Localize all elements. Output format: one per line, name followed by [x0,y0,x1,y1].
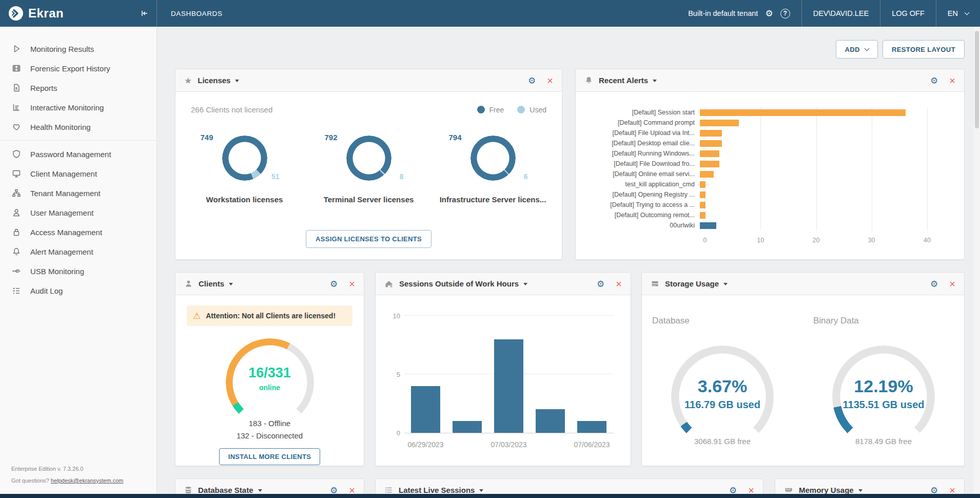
bell-icon [584,76,593,85]
assign-licenses-button[interactable]: ASSIGN LICENSES TO CLIENTS [306,230,432,248]
helpdesk-email-link[interactable]: helpdesk@ekransystem.com [51,477,123,484]
add-widget-button[interactable]: ADD [836,40,878,59]
online-caption: online [226,384,314,392]
widget-close-icon[interactable]: × [349,279,355,289]
clients-widget-body: ⚠ Attention: Not all Clients are license… [175,295,364,466]
bar-label: [Default] Session start [576,109,700,116]
used-amount: 1135.51 GB used [832,399,935,411]
licenses-legend: Free Used [477,106,546,114]
bar [700,120,739,126]
sidebar-item-alert-management[interactable]: Alert Management [0,242,156,261]
restore-layout-button[interactable]: RESTORE LAYOUT [883,40,965,59]
window-bottom-edge [0,494,980,498]
x-tick-label: 40 [924,237,931,244]
disconnected-count: 132 - Disconnected [175,431,364,440]
bar-label: [Default] Outcoming remot... [576,212,700,219]
widget-settings-gear-icon[interactable]: ⚙ [930,75,938,86]
bar-label: [Default] Command prompt [576,119,700,126]
legend-dot-free [477,106,485,113]
widget-close-icon[interactable]: × [616,279,622,289]
sidebar-item-forensic-export-history[interactable]: Forensic Export History [0,59,156,78]
sessions-outside-widget: Sessions Outside of Work Hours ⚙ × 05100… [375,272,631,466]
sidebar-item-access-management[interactable]: Access Management [0,222,156,242]
help-icon[interactable]: ? [780,9,790,18]
log-off-button[interactable]: LOG OFF [880,0,936,27]
got-questions-label: Got questions? [11,477,49,484]
bar-label: [Default] Running Windows... [576,150,700,157]
chart-icon [11,103,22,112]
language-selector[interactable]: EN [936,0,980,27]
tenant-settings-gear-icon[interactable]: ⚙ [765,8,773,18]
bars [404,316,614,433]
widget-settings-gear-icon[interactable]: ⚙ [930,279,938,289]
edition-version: Enterprise Edition v. 7.3.26.0 [11,463,123,475]
sidebar-item-client-management[interactable]: Client Management [0,164,156,183]
bar-track [700,222,956,229]
gauge-arc [832,346,935,448]
scrollbar-thumb[interactable] [975,31,979,128]
bar-row: [Default] File Download fro... [576,159,956,169]
ram-icon [784,486,793,494]
sidebar-item-tenant-management[interactable]: Tenant Management [0,183,156,203]
bar-row: [Default] Running Windows... [576,148,956,159]
recent-alerts-chart: [Default] Session start[Default] Command… [576,107,956,247]
bar-row: [Default] Outcoming remot... [576,210,956,220]
sidebar-item-user-management[interactable]: User Management [0,203,156,222]
widget-dropdown-caret[interactable] [523,283,527,288]
film-icon [11,64,22,73]
widget-dropdown-caret[interactable] [858,489,863,494]
bar-track [700,191,956,198]
legend-item-free[interactable]: Free [477,106,504,114]
sidebar-footer: Enterprise Edition v. 7.3.26.0 Got quest… [11,463,123,487]
user-icon [184,279,193,288]
widget-close-icon[interactable]: × [547,75,553,86]
sidebar-item-health-monitoring[interactable]: Health Monitoring [0,117,156,137]
widget-settings-gear-icon[interactable]: ⚙ [528,75,536,86]
free-count: 792 [325,133,338,142]
clients-widget-header: Clients ⚙ × [175,273,364,295]
tenant-section: Built-in default tenant ⚙ ? [677,0,801,27]
bell-icon [11,247,22,256]
sidebar-item-interactive-monitoring[interactable]: Interactive Monitoring [0,98,156,117]
widget-close-icon[interactable]: × [949,75,955,86]
sidebar-item-audit-log[interactable]: Audit Log [0,281,156,300]
sidebar-divider [0,140,156,141]
workstation-licenses-donut: 749 51 Workstation licenses [193,136,296,204]
widget-settings-gear-icon[interactable]: ⚙ [597,279,604,289]
install-more-clients-button[interactable]: INSTALL MORE CLIENTS [219,448,321,465]
checklist-icon [11,286,22,295]
sidebar-item-reports[interactable]: Reports [0,78,156,98]
widget-dropdown-caret[interactable] [479,489,483,494]
ekran-logo[interactable]: Ekran [8,6,64,21]
widget-title: Storage Usage [665,279,719,288]
sidebar-item-usb-monitoring[interactable]: USB Monitoring [0,261,156,281]
ekran-logo-icon [8,6,24,21]
license-donuts: 749 51 Workstation licenses 792 8 Termin… [175,136,562,204]
user-icon [11,208,22,217]
widget-dropdown-caret[interactable] [723,283,728,288]
used-amount: 116.79 GB used [671,399,774,411]
widget-close-icon[interactable]: × [949,279,955,289]
widget-dropdown-caret[interactable] [235,80,239,84]
binary-data-storage-column: Binary Data 12.19% 1135.51 GB used 8178.… [803,295,964,466]
widget-title: Recent Alerts [599,76,648,85]
widget-dropdown-caret[interactable] [229,283,233,288]
bar-track [700,171,956,178]
vertical-scrollbar[interactable] [974,27,980,494]
widget-dropdown-caret[interactable] [258,489,262,494]
bar-label: [Default] File Download fro... [576,160,700,167]
nav-dashboards[interactable]: DASHBOARDS [157,0,237,27]
language-label: EN [948,9,958,17]
widget-settings-gear-icon[interactable]: ⚙ [330,279,338,289]
bar-row: [Default] Command prompt [576,118,956,128]
star-icon: ★ [184,75,192,86]
widget-dropdown-caret[interactable] [653,80,657,84]
current-user[interactable]: DEV\DAVID.LEE [801,0,880,27]
widget-title: Database State [198,486,253,494]
database-storage-gauge: 3.67% 116.79 GB used [671,346,774,434]
clients-widget: Clients ⚙ × ⚠ Attention: Not all Clients… [175,272,364,466]
sidebar-item-password-management[interactable]: Password Management [0,144,156,164]
legend-item-used[interactable]: Used [517,106,546,114]
licenses-widget-body: 266 Clients not licensed Free Used [175,92,562,259]
sidebar-collapse-icon[interactable] [140,9,149,18]
